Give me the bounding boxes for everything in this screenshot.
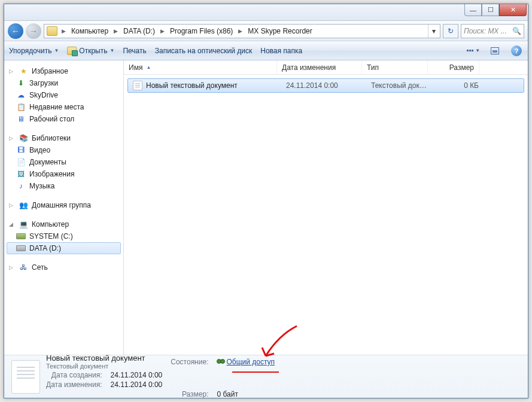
breadcrumb[interactable]: DATA (D:) [120, 25, 159, 38]
details-filename: Новый текстовый документ [46, 354, 162, 363]
details-created-value: 24.11.2014 0:00 [111, 371, 163, 379]
column-header-size[interactable]: Размер [428, 60, 479, 74]
music-icon: ♪ [16, 181, 26, 191]
chevron-down-icon: ▼ [475, 48, 480, 53]
navigation-pane: ▷★Избранное ⬇Загрузки ☁SkyDrive 📋Недавни… [4, 60, 124, 355]
desktop-icon: 🖥 [16, 114, 26, 124]
view-options-button[interactable]: ▼ [467, 44, 480, 57]
help-button[interactable]: ? [510, 44, 523, 57]
address-dropdown[interactable]: ▾ [428, 25, 439, 38]
column-header-name[interactable]: Имя▲ [124, 60, 277, 74]
search-input[interactable]: Поиск: MX ... 🔍 [461, 24, 524, 38]
file-list[interactable]: Новый текстовый документ 24.11.2014 0:00… [124, 75, 528, 355]
sidebar-item-downloads[interactable]: ⬇Загрузки [4, 77, 123, 89]
sidebar-item-video[interactable]: 🎞Видео [4, 144, 123, 156]
sidebar-computer-header[interactable]: ◢💻Компьютер [4, 218, 123, 230]
chevron-right-icon: ▶ [159, 28, 166, 34]
file-list-pane: Имя▲ Дата изменения Тип Размер Новый тек… [124, 60, 528, 355]
sidebar-item-documents[interactable]: 📄Документы [4, 156, 123, 168]
share-icon [217, 357, 225, 364]
titlebar: — ☐ ✕ [4, 4, 528, 21]
sidebar-item-drive-d[interactable]: DATA (D:) [7, 242, 121, 254]
refresh-button[interactable]: ↻ [443, 24, 458, 38]
sidebar-item-pictures[interactable]: 🖼Изображения [4, 168, 123, 180]
open-button[interactable]: Открыть▼ [67, 47, 114, 55]
details-share-link[interactable]: Общий доступ [226, 358, 275, 366]
column-header-date[interactable]: Дата изменения [277, 60, 362, 74]
file-row[interactable]: Новый текстовый документ 24.11.2014 0:00… [127, 78, 524, 93]
folder-icon [47, 26, 57, 36]
document-icon: 📄 [16, 157, 26, 167]
file-name: Новый текстовый документ [146, 81, 238, 90]
cloud-icon: ☁ [16, 90, 26, 100]
file-type: Текстовый докум... [366, 81, 432, 90]
file-size: 0 КБ [432, 81, 484, 90]
drive-icon [16, 233, 26, 239]
preview-pane-button[interactable] [488, 44, 501, 57]
organize-menu[interactable]: Упорядочить▼ [9, 47, 59, 55]
drive-icon [16, 245, 26, 251]
sidebar-item-music[interactable]: ♪Музыка [4, 180, 123, 192]
breadcrumb[interactable]: MX Skype Recorder [244, 25, 315, 38]
sidebar-item-recent[interactable]: 📋Недавние места [4, 101, 123, 113]
address-bar[interactable]: ▶ Компьютер ▶ DATA (D:) ▶ Program Files … [44, 24, 440, 38]
details-size-label: Размер: [171, 390, 208, 398]
text-file-icon [133, 81, 142, 90]
search-icon: 🔍 [512, 27, 521, 35]
minimize-button[interactable]: — [464, 4, 482, 16]
details-filetype: Текстовый документ [46, 363, 162, 370]
chevron-down-icon: ▼ [54, 48, 59, 53]
details-modified-value: 24.11.2014 0:00 [111, 380, 163, 389]
chevron-down-icon: ▼ [110, 48, 114, 53]
details-modified-label: Дата изменения: [46, 380, 102, 389]
sidebar-network[interactable]: ▷🖧Сеть [4, 261, 123, 273]
details-size-value: 0 байт [217, 390, 275, 398]
nav-forward-button[interactable]: → [26, 23, 41, 39]
maximize-button[interactable]: ☐ [482, 4, 499, 16]
sidebar-item-drive-c[interactable]: SYSTEM (C:) [4, 230, 123, 242]
chevron-right-icon: ▶ [236, 28, 244, 34]
navbar: ← → ▶ Компьютер ▶ DATA (D:) ▶ Program Fi… [4, 21, 528, 41]
homegroup-icon: 👥 [19, 200, 28, 210]
print-button[interactable]: Печать [123, 47, 146, 55]
image-icon: 🖼 [16, 169, 26, 179]
explorer-window: — ☐ ✕ ← → ▶ Компьютер ▶ DATA (D:) ▶ Prog… [4, 4, 528, 398]
details-created-label: Дата создания: [46, 371, 102, 379]
sidebar-favorites-header[interactable]: ▷★Избранное [4, 65, 123, 77]
download-icon: ⬇ [16, 78, 26, 88]
burn-button[interactable]: Записать на оптический диск [155, 47, 253, 55]
chevron-right-icon: ▶ [112, 28, 120, 34]
column-headers: Имя▲ Дата изменения Тип Размер [124, 60, 528, 75]
network-icon: 🖧 [19, 263, 28, 272]
sidebar-item-desktop[interactable]: 🖥Рабочий стол [4, 113, 123, 125]
nav-back-button[interactable]: ← [8, 23, 23, 39]
sort-asc-icon: ▲ [146, 65, 151, 70]
details-pane: Новый текстовый документ Текстовый докум… [4, 355, 528, 398]
breadcrumb[interactable]: Program Files (x86) [166, 25, 236, 38]
file-date: 24.11.2014 0:00 [281, 81, 366, 90]
open-icon [67, 47, 77, 55]
toolbar: Упорядочить▼ Открыть▼ Печать Записать на… [4, 41, 528, 60]
sidebar-libraries-header[interactable]: ▷📚Библиотеки [4, 132, 123, 144]
search-placeholder: Поиск: MX ... [464, 27, 507, 35]
details-state-label: Состояние: [171, 358, 208, 366]
recent-icon: 📋 [16, 102, 26, 112]
close-button[interactable]: ✕ [499, 4, 527, 16]
library-icon: 📚 [19, 133, 28, 143]
computer-icon: 💻 [19, 220, 28, 229]
video-icon: 🎞 [16, 145, 26, 155]
breadcrumb[interactable]: Компьютер [68, 25, 112, 38]
new-folder-button[interactable]: Новая папка [260, 47, 302, 55]
sidebar-item-skydrive[interactable]: ☁SkyDrive [4, 89, 123, 101]
column-header-type[interactable]: Тип [362, 60, 428, 74]
chevron-right-icon: ▶ [60, 28, 68, 34]
file-large-icon [11, 360, 40, 394]
star-icon: ★ [19, 66, 28, 76]
sidebar-homegroup[interactable]: ▷👥Домашняя группа [4, 199, 123, 211]
